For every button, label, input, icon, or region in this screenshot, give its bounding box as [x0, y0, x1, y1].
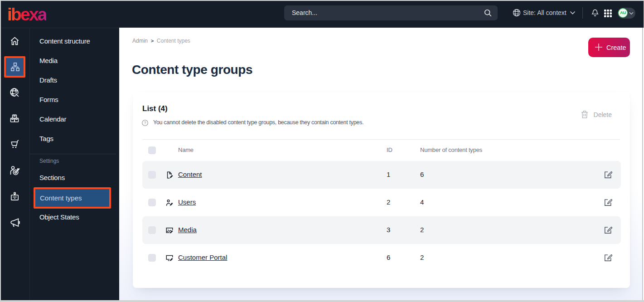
- svg-text:?: ?: [144, 121, 146, 125]
